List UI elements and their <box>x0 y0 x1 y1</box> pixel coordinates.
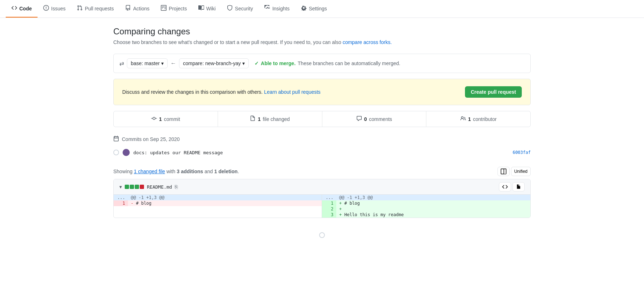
nav-item-projects[interactable]: Projects <box>155 0 193 18</box>
nav-code-label: Code <box>19 6 32 11</box>
nav-item-wiki[interactable]: Wiki <box>193 0 221 18</box>
nav-settings-label: Settings <box>309 6 327 11</box>
wiki-icon <box>198 5 204 12</box>
nav-item-security[interactable]: Security <box>221 0 259 18</box>
merge-check-icon: ✓ <box>254 60 259 66</box>
files-label: file changed <box>263 116 290 122</box>
diff-right-table: ... @@ -1 +1,3 @@ 1 + # blog 2 + 3 <box>322 195 530 218</box>
base-branch-label: base: master <box>131 60 160 66</box>
nav-item-actions[interactable]: Actions <box>119 0 155 18</box>
contributors-label: contributor <box>473 116 496 122</box>
stats-bar: 1 commit 1 file changed 0 comments 1 con… <box>113 111 531 127</box>
diff-file-header: ▾ README.md ⎘ <box>114 179 530 195</box>
unified-view-button[interactable]: Unified <box>511 167 531 176</box>
create-pr-button[interactable]: Create pull request <box>465 86 522 98</box>
learn-pr-link[interactable]: Learn about pull requests <box>264 89 321 95</box>
commits-header: Commits on Sep 25, 2020 <box>113 136 531 142</box>
merge-status-extra: These branches can be automatically merg… <box>298 60 400 66</box>
unified-label: Unified <box>514 169 527 174</box>
commit-message: docs: updates our README message <box>133 150 509 155</box>
main-content: Comparing changes Choose two branches to… <box>108 18 536 252</box>
diff-file: ▾ README.md ⎘ <box>113 179 531 218</box>
yellow-box: Discuss and review the changes in this c… <box>113 79 531 105</box>
stat-files: 1 file changed <box>218 111 322 127</box>
nav-item-pull-requests[interactable]: Pull requests <box>71 0 119 18</box>
bottom-dot-icon <box>319 232 325 238</box>
commits-calendar-icon <box>113 136 119 142</box>
commits-section: Commits on Sep 25, 2020 docs: updates ou… <box>113 136 531 158</box>
merge-status: ✓ Able to merge. These branches can be a… <box>254 60 400 66</box>
copy-path-button[interactable]: ⎘ <box>175 184 178 190</box>
compare-forks-link[interactable]: compare across forks. <box>343 39 392 45</box>
commit-avatar <box>123 149 130 156</box>
diff-count-dots <box>125 185 144 189</box>
diff-hunk-row-right: ... @@ -1 +1,3 @@ <box>322 195 530 200</box>
files-count: 1 <box>258 116 261 122</box>
diff-left-table: ... @@ -1 +1,3 @@ 1 - # blog <box>114 195 322 206</box>
issue-icon <box>43 5 49 12</box>
diff-view-buttons: Unified <box>497 167 531 176</box>
compare-arrows-icon: ⇄ <box>119 60 124 67</box>
settings-icon <box>301 5 307 12</box>
security-icon <box>227 5 233 12</box>
commits-label: commit <box>164 116 180 122</box>
nav-item-insights[interactable]: Insights <box>259 0 295 18</box>
diff-content: ... @@ -1 +1,3 @@ 1 - # blog .. <box>114 195 530 218</box>
nav-security-label: Security <box>235 6 253 11</box>
comments-count: 0 <box>364 116 367 122</box>
diff-left-side: ... @@ -1 +1,3 @@ 1 - # blog <box>114 195 322 218</box>
nav-pr-label: Pull requests <box>85 6 114 11</box>
pr-icon <box>77 5 83 12</box>
nav-insights-label: Insights <box>272 6 289 11</box>
compare-branch-chevron-icon: ▾ <box>242 60 245 66</box>
code-icon <box>11 5 17 12</box>
yellow-box-text: Discuss and review the changes in this c… <box>122 89 321 95</box>
projects-icon <box>161 5 167 12</box>
nav-wiki-label: Wiki <box>206 6 216 11</box>
file-icon <box>250 116 256 122</box>
showing-row: Showing 1 changed file with 3 additions … <box>113 167 531 176</box>
diff-source-view-button[interactable] <box>499 182 511 191</box>
commits-count: 1 <box>159 116 162 122</box>
nav-item-code[interactable]: Code <box>6 0 38 18</box>
bottom-commit-dot <box>113 227 531 244</box>
diff-added-row-1: 1 + # blog <box>322 200 530 206</box>
merge-status-text: Able to merge. <box>261 60 296 66</box>
nav-bar: Code Issues Pull requests Actions Projec… <box>0 0 644 18</box>
commits-heading: Commits on Sep 25, 2020 <box>122 136 180 142</box>
diff-hunk-row: ... @@ -1 +1,3 @@ <box>114 195 322 200</box>
compare-branch-label: compare: new-branch-yay <box>183 60 241 66</box>
diff-preview-button[interactable] <box>512 182 525 191</box>
diff-right-side: ... @@ -1 +1,3 @@ 1 + # blog 2 + 3 <box>322 195 530 218</box>
nav-projects-label: Projects <box>169 6 187 11</box>
nav-item-issues[interactable]: Issues <box>38 0 71 18</box>
actions-icon <box>125 5 131 12</box>
stat-contributors: 1 contributor <box>426 111 530 127</box>
comments-label: comments <box>369 116 392 122</box>
changed-file-link[interactable]: 1 changed file <box>134 169 165 174</box>
stat-commits: 1 commit <box>114 111 218 127</box>
compare-branch-select[interactable]: compare: new-branch-yay ▾ <box>179 58 249 68</box>
nav-actions-label: Actions <box>133 6 149 11</box>
diff-added-row-2: 2 + <box>322 206 530 212</box>
nav-issues-label: Issues <box>51 6 65 11</box>
commits-icon <box>151 116 157 122</box>
branch-arrow-icon: ← <box>170 60 176 67</box>
commit-dot-icon <box>113 150 119 155</box>
showing-text: Showing 1 changed file with 3 additions … <box>113 169 239 174</box>
diff-collapse-button[interactable]: ▾ <box>119 184 122 190</box>
stat-comments: 0 comments <box>322 111 427 127</box>
diff-added-row-3: 3 + Hello this is my readme <box>322 212 530 218</box>
insights-icon <box>264 5 270 12</box>
contributors-count: 1 <box>468 116 471 122</box>
nav-item-settings[interactable]: Settings <box>295 0 333 18</box>
base-branch-select[interactable]: base: master ▾ <box>127 58 168 68</box>
contributor-icon <box>460 116 466 122</box>
commit-sha-link[interactable]: 6003faf <box>512 150 531 155</box>
commit-row: docs: updates our README message 6003faf <box>113 147 531 158</box>
split-view-button[interactable] <box>497 167 510 176</box>
compare-bar: ⇄ base: master ▾ ← compare: new-branch-y… <box>113 54 531 73</box>
page-title: Comparing changes <box>113 26 531 37</box>
base-branch-chevron-icon: ▾ <box>161 60 164 66</box>
diff-deleted-row: 1 - # blog <box>114 200 322 206</box>
